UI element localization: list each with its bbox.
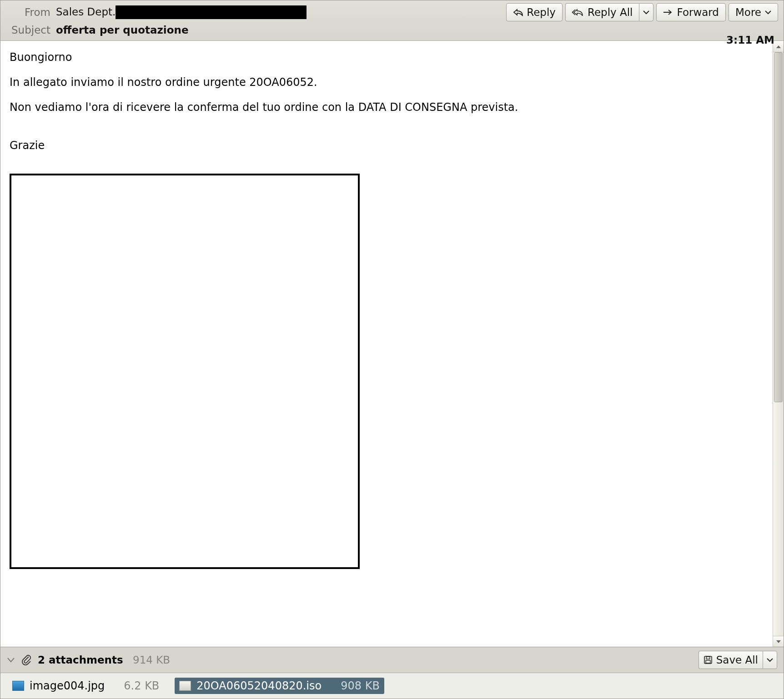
reply-label: Reply <box>527 6 556 18</box>
more-label: More <box>735 6 761 18</box>
subject-label: Subject <box>6 24 56 36</box>
attachment-name: image004.jpg <box>30 679 105 692</box>
generic-file-icon <box>179 681 191 691</box>
more-button[interactable]: More <box>729 3 778 21</box>
from-label: From <box>6 6 56 18</box>
scroll-track[interactable] <box>773 52 784 636</box>
attachment-size: 908 KB <box>341 679 380 692</box>
body-line: In allegato inviamo il nostro ordine urg… <box>10 75 764 90</box>
reply-all-button[interactable]: Reply All <box>565 3 639 21</box>
from-value: Sales Dept. <box>56 5 307 19</box>
attachment-item[interactable]: 20OA06052040820.iso 908 KB <box>175 678 384 694</box>
body-line: Buongiorno <box>10 50 764 65</box>
save-all-button[interactable]: Save All <box>699 651 763 669</box>
time-value: 3:11 AM <box>726 34 774 46</box>
message-body: Buongiorno In allegato inviamo il nostro… <box>0 41 773 647</box>
reply-icon <box>513 8 523 16</box>
attachments-toggle[interactable] <box>7 657 15 663</box>
scroll-down-button[interactable] <box>773 636 784 647</box>
svg-rect-2 <box>706 660 710 663</box>
reply-all-label: Reply All <box>588 6 633 18</box>
body-line: Grazie <box>10 138 764 154</box>
message-header: From Sales Dept. Reply <box>0 0 784 41</box>
reply-button[interactable]: Reply <box>506 3 563 21</box>
attachments-total-size: 914 KB <box>130 654 170 666</box>
forward-button[interactable]: Forward <box>656 3 726 21</box>
save-all-dropdown[interactable] <box>763 651 777 669</box>
paperclip-icon <box>21 654 31 666</box>
scroll-up-button[interactable] <box>773 41 784 52</box>
reply-all-dropdown[interactable] <box>639 3 653 21</box>
message-time: 3:11 AM <box>726 34 774 46</box>
save-icon <box>704 655 713 664</box>
redacted-sender <box>116 5 307 19</box>
image-file-icon <box>12 681 24 691</box>
message-toolbar: Reply Reply All <box>506 3 778 21</box>
vertical-scrollbar[interactable] <box>773 41 784 647</box>
attachment-name: 20OA06052040820.iso <box>196 679 322 692</box>
reply-all-icon <box>572 8 584 16</box>
attachment-size: 6.2 KB <box>124 679 159 692</box>
chevron-down-icon <box>765 10 771 15</box>
attachment-item[interactable]: image004.jpg 6.2 KB <box>8 678 164 694</box>
save-all-label: Save All <box>716 654 758 666</box>
forward-icon <box>663 9 673 15</box>
body-line: Non vediamo l'ora di ricevere la conferm… <box>10 100 764 115</box>
scroll-thumb[interactable] <box>774 52 783 402</box>
from-name: Sales Dept. <box>56 6 116 18</box>
attachments-bar: 2 attachments 914 KB Save All <box>0 647 784 673</box>
attachments-list: image004.jpg 6.2 KB 20OA06052040820.iso … <box>0 673 784 699</box>
chevron-down-icon <box>643 10 649 15</box>
chevron-down-icon <box>767 658 773 662</box>
subject-value: offerta per quotazione <box>56 24 189 36</box>
attachments-count: 2 attachments <box>38 654 123 666</box>
forward-label: Forward <box>677 6 719 18</box>
svg-rect-1 <box>706 657 710 659</box>
embedded-image-placeholder <box>10 174 360 569</box>
